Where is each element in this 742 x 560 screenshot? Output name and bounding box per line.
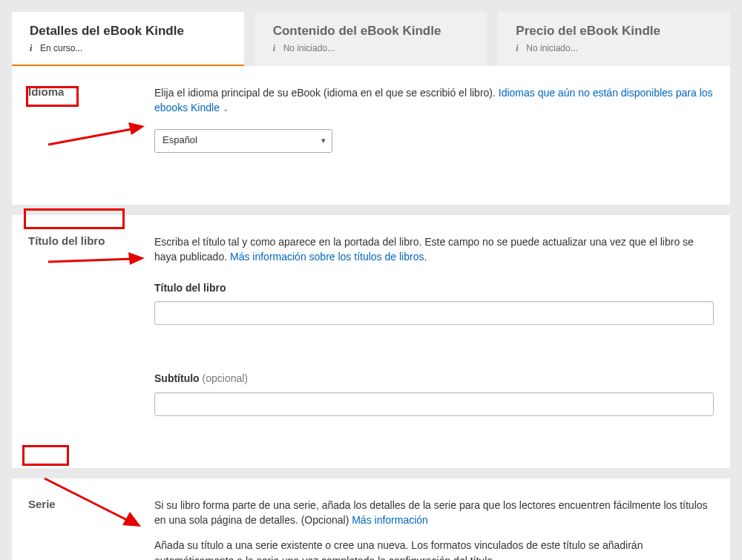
language-selected: Español bbox=[162, 134, 197, 148]
tab-details-status: iEn curso... bbox=[30, 43, 226, 54]
series-desc2: Añada su título a una serie existente o … bbox=[154, 538, 714, 560]
dropdown-arrow-icon: ▾ bbox=[321, 135, 326, 147]
label-book-title: Título del libro bbox=[154, 280, 714, 295]
tab-content[interactable]: Contenido del eBook Kindle iNo iniciado.… bbox=[255, 12, 487, 66]
book-title-input[interactable] bbox=[154, 301, 714, 325]
subtitle-input[interactable] bbox=[154, 392, 714, 416]
tab-details[interactable]: Detalles del eBook Kindle iEn curso... bbox=[12, 12, 244, 66]
panel-series: Serie Si su libro forma parte de una ser… bbox=[12, 478, 730, 560]
label-subtitle: Subtítulo (opcional) bbox=[154, 371, 714, 386]
language-select[interactable]: Español ▾ bbox=[154, 129, 332, 153]
step-tabs: Detalles del eBook Kindle iEn curso... C… bbox=[0, 0, 742, 66]
tab-content-status: iNo iniciado... bbox=[273, 43, 470, 54]
heading-language: Idioma bbox=[28, 85, 154, 98]
language-desc: Elija el idioma principal de su eBook (i… bbox=[154, 87, 499, 99]
series-desc1: Si su libro forma parte de una serie, añ… bbox=[154, 499, 708, 526]
link-series-info[interactable]: Más información bbox=[352, 514, 428, 526]
info-icon: i bbox=[273, 43, 280, 54]
heading-title: Título del libro bbox=[28, 234, 154, 247]
tab-details-title: Detalles del eBook Kindle bbox=[30, 24, 226, 39]
panel-language: Idioma Elija el idioma principal de su e… bbox=[12, 66, 730, 205]
panel-title: Título del libro Escriba el título tal y… bbox=[12, 215, 730, 468]
tab-content-title: Contenido del eBook Kindle bbox=[273, 24, 470, 39]
link-title-info[interactable]: Más información sobre los títulos de lib… bbox=[230, 251, 424, 263]
info-icon: i bbox=[516, 43, 523, 54]
heading-series: Serie bbox=[28, 498, 154, 510]
chevron-down-icon: ⌄ bbox=[223, 105, 229, 113]
info-icon: i bbox=[30, 43, 37, 54]
tab-price-title: Precio del eBook Kindle bbox=[516, 24, 712, 39]
tab-price[interactable]: Precio del eBook Kindle iNo iniciado... bbox=[498, 12, 730, 66]
tab-price-status: iNo iniciado... bbox=[516, 43, 712, 54]
